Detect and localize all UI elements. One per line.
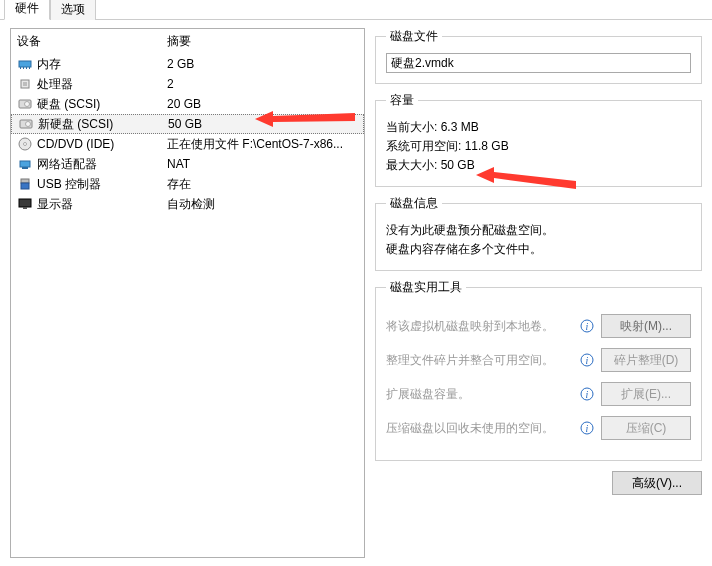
capacity-max: 最大大小: 50 GB — [386, 157, 691, 174]
device-name: 新硬盘 (SCSI) — [38, 116, 168, 133]
device-row-memory[interactable]: 内存 2 GB — [11, 54, 364, 74]
device-summary: 自动检测 — [167, 196, 358, 213]
content-area: 设备 摘要 内存 2 GB 处理器 2 硬盘 (SCSI) 20 GB — [0, 20, 712, 566]
device-row-usb[interactable]: USB 控制器 存在 — [11, 174, 364, 194]
device-name: 内存 — [37, 56, 167, 73]
device-row-cpu[interactable]: 处理器 2 — [11, 74, 364, 94]
device-summary: 20 GB — [167, 97, 358, 111]
diskfile-input[interactable] — [386, 53, 691, 73]
svg-text:i: i — [586, 321, 589, 332]
harddisk-icon — [17, 96, 33, 112]
diskutil-group: 磁盘实用工具 将该虚拟机磁盘映射到本地卷。 i 映射(M)... 整理文件碎片并… — [375, 279, 702, 461]
svg-rect-7 — [23, 82, 27, 86]
detail-panel: 磁盘文件 容量 当前大小: 6.3 MB 系统可用空间: 11.8 GB 最大大… — [375, 28, 702, 558]
svg-rect-15 — [22, 167, 28, 169]
diskutil-legend: 磁盘实用工具 — [386, 279, 466, 296]
display-icon — [17, 196, 33, 212]
device-name: 处理器 — [37, 76, 167, 93]
header-summary: 摘要 — [167, 33, 358, 50]
svg-rect-2 — [20, 67, 21, 69]
svg-rect-19 — [23, 207, 27, 209]
util-expand-label: 扩展磁盘容量。 — [386, 386, 573, 403]
device-list-panel: 设备 摘要 内存 2 GB 处理器 2 硬盘 (SCSI) 20 GB — [10, 28, 365, 558]
info-icon[interactable]: i — [579, 318, 595, 334]
info-icon[interactable]: i — [579, 352, 595, 368]
capacity-current: 当前大小: 6.3 MB — [386, 119, 691, 136]
network-icon — [17, 156, 33, 172]
expand-button[interactable]: 扩展(E)... — [601, 382, 691, 406]
map-button[interactable]: 映射(M)... — [601, 314, 691, 338]
svg-rect-1 — [19, 61, 31, 67]
util-row-expand: 扩展磁盘容量。 i 扩展(E)... — [386, 382, 691, 406]
advanced-button[interactable]: 高级(V)... — [612, 471, 702, 495]
device-name: 硬盘 (SCSI) — [37, 96, 167, 113]
device-row-network[interactable]: 网络适配器 NAT — [11, 154, 364, 174]
device-name: 网络适配器 — [37, 156, 167, 173]
tab-options[interactable]: 选项 — [50, 0, 96, 20]
device-summary: 2 — [167, 77, 358, 91]
svg-rect-5 — [29, 67, 30, 69]
device-row-newharddisk[interactable]: 新硬盘 (SCSI) 50 GB — [11, 114, 364, 134]
device-summary: 正在使用文件 F:\CentOS-7-x86... — [167, 136, 358, 153]
util-defrag-label: 整理文件碎片并整合可用空间。 — [386, 352, 573, 369]
device-summary: NAT — [167, 157, 358, 171]
device-name: CD/DVD (IDE) — [37, 137, 167, 151]
util-compact-label: 压缩磁盘以回收未使用的空间。 — [386, 420, 573, 437]
diskinfo-legend: 磁盘信息 — [386, 195, 442, 212]
util-row-compact: 压缩磁盘以回收未使用的空间。 i 压缩(C) — [386, 416, 691, 440]
svg-rect-14 — [20, 161, 30, 167]
capacity-legend: 容量 — [386, 92, 418, 109]
svg-rect-4 — [26, 67, 27, 69]
harddisk-icon — [18, 116, 34, 132]
diskinfo-group: 磁盘信息 没有为此硬盘预分配磁盘空间。 硬盘内容存储在多个文件中。 — [375, 195, 702, 271]
usb-icon — [17, 176, 33, 192]
svg-text:i: i — [586, 423, 589, 434]
device-list-header: 设备 摘要 — [11, 29, 364, 54]
svg-rect-16 — [21, 179, 29, 183]
advanced-row: 高级(V)... — [375, 471, 702, 495]
diskinfo-line2: 硬盘内容存储在多个文件中。 — [386, 241, 691, 258]
svg-rect-17 — [21, 183, 29, 189]
svg-point-13 — [24, 143, 27, 146]
info-icon[interactable]: i — [579, 420, 595, 436]
util-row-defrag: 整理文件碎片并整合可用空间。 i 碎片整理(D) — [386, 348, 691, 372]
device-row-harddisk[interactable]: 硬盘 (SCSI) 20 GB — [11, 94, 364, 114]
capacity-sysfree: 系统可用空间: 11.8 GB — [386, 138, 691, 155]
device-row-display[interactable]: 显示器 自动检测 — [11, 194, 364, 214]
diskfile-legend: 磁盘文件 — [386, 28, 442, 45]
tab-bar: 硬件 选项 — [0, 0, 712, 20]
compact-button[interactable]: 压缩(C) — [601, 416, 691, 440]
svg-text:i: i — [586, 355, 589, 366]
info-icon[interactable]: i — [579, 386, 595, 402]
device-summary: 2 GB — [167, 57, 358, 71]
diskinfo-line1: 没有为此硬盘预分配磁盘空间。 — [386, 222, 691, 239]
device-summary: 50 GB — [168, 117, 357, 131]
device-row-cddvd[interactable]: CD/DVD (IDE) 正在使用文件 F:\CentOS-7-x86... — [11, 134, 364, 154]
device-name: 显示器 — [37, 196, 167, 213]
svg-point-11 — [26, 122, 31, 127]
memory-icon — [17, 56, 33, 72]
device-summary: 存在 — [167, 176, 358, 193]
util-map-label: 将该虚拟机磁盘映射到本地卷。 — [386, 318, 573, 335]
device-name: USB 控制器 — [37, 176, 167, 193]
tab-hardware[interactable]: 硬件 — [4, 0, 50, 20]
svg-text:i: i — [586, 389, 589, 400]
diskfile-group: 磁盘文件 — [375, 28, 702, 84]
util-row-map: 将该虚拟机磁盘映射到本地卷。 i 映射(M)... — [386, 314, 691, 338]
svg-point-9 — [25, 102, 30, 107]
cpu-icon — [17, 76, 33, 92]
capacity-group: 容量 当前大小: 6.3 MB 系统可用空间: 11.8 GB 最大大小: 50… — [375, 92, 702, 187]
header-device: 设备 — [17, 33, 167, 50]
cd-icon — [17, 136, 33, 152]
defrag-button[interactable]: 碎片整理(D) — [601, 348, 691, 372]
svg-rect-3 — [23, 67, 24, 69]
svg-rect-18 — [19, 199, 31, 207]
